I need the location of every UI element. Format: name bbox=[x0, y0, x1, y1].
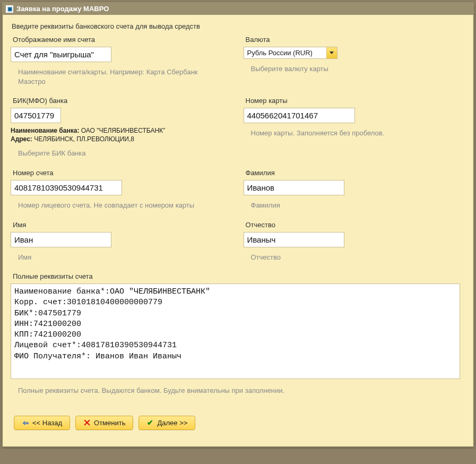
currency-help: Выберите валюту карты bbox=[244, 64, 461, 74]
cancel-button-label: Отменить bbox=[94, 419, 125, 427]
name-input[interactable] bbox=[11, 232, 111, 247]
window-icon: ▣ bbox=[6, 5, 13, 13]
back-button[interactable]: ⇦ << Назад bbox=[14, 416, 70, 430]
card-help: Номер карты. Заполняется без пробелов. bbox=[244, 128, 461, 138]
currency-select[interactable]: Рубль России (RUR) bbox=[244, 47, 337, 59]
patronymic-label: Отчество bbox=[244, 221, 461, 229]
cancel-button[interactable]: Отменить bbox=[75, 416, 133, 430]
account-no-input[interactable] bbox=[11, 180, 122, 195]
dialog-content: Введите реквизиты банковского счета для … bbox=[3, 15, 473, 446]
check-icon: ✔ bbox=[146, 419, 154, 426]
name-help: Имя bbox=[11, 253, 222, 262]
currency-value: Рубль России (RUR) bbox=[244, 47, 326, 58]
name-label: Имя bbox=[11, 221, 222, 229]
bik-help: Выберите БИК банка bbox=[11, 149, 222, 158]
bik-input[interactable] bbox=[11, 108, 61, 123]
next-button[interactable]: ✔ Далее >> bbox=[139, 416, 195, 430]
surname-help: Фамилия bbox=[244, 201, 461, 210]
bank-address-label: Адрес: bbox=[11, 135, 32, 143]
currency-label: Валюта bbox=[244, 36, 461, 44]
full-details-textarea[interactable] bbox=[11, 283, 460, 379]
close-icon bbox=[83, 419, 91, 426]
card-label: Номер карты bbox=[244, 97, 461, 105]
account-no-label: Номер счета bbox=[11, 169, 222, 177]
button-row: ⇦ << Назад Отменить ✔ Далее >> bbox=[14, 416, 465, 430]
bik-label: БИК(МФО) банка bbox=[11, 97, 222, 105]
bank-address-value: ЧЕЛЯБИНСК, ПЛ.РЕВОЛЮЦИИ,8 bbox=[34, 135, 134, 143]
dropdown-icon bbox=[326, 47, 337, 58]
arrow-left-icon: ⇦ bbox=[22, 419, 29, 426]
bank-name-label: Наименование банка: bbox=[11, 127, 79, 134]
next-button-label: Далее >> bbox=[157, 419, 187, 427]
full-details-label: Полные реквизиты счета bbox=[11, 272, 460, 280]
intro-text: Введите реквизиты банковского счета для … bbox=[11, 20, 465, 36]
patronymic-input[interactable] bbox=[244, 232, 344, 247]
title-bar: ▣ Заявка на продажу МАВРО bbox=[3, 3, 473, 15]
window-title: Заявка на продажу МАВРО bbox=[16, 5, 109, 13]
card-input[interactable] bbox=[244, 108, 355, 123]
surname-input[interactable] bbox=[244, 180, 344, 195]
bank-info: Наименование банка: ОАО "ЧЕЛЯБИНВЕСТБАНК… bbox=[11, 126, 222, 143]
account-no-help: Номер лицевого счета. Не совпадает с ном… bbox=[11, 201, 222, 210]
patronymic-help: Отчество bbox=[244, 253, 461, 262]
back-button-label: << Назад bbox=[32, 419, 62, 427]
account-name-input[interactable] bbox=[11, 47, 111, 62]
surname-label: Фамилия bbox=[244, 169, 461, 177]
full-details-help: Полные реквизиты счета. Выдаются банком.… bbox=[11, 386, 460, 396]
bank-name-value: ОАО "ЧЕЛЯБИНВЕСТБАНК" bbox=[81, 127, 166, 134]
account-name-help: Наименование счета/карты. Например: Карт… bbox=[11, 67, 222, 86]
account-name-label: Отображаемое имя счета bbox=[11, 36, 222, 44]
dialog-window: ▣ Заявка на продажу МАВРО Введите реквиз… bbox=[2, 2, 474, 447]
